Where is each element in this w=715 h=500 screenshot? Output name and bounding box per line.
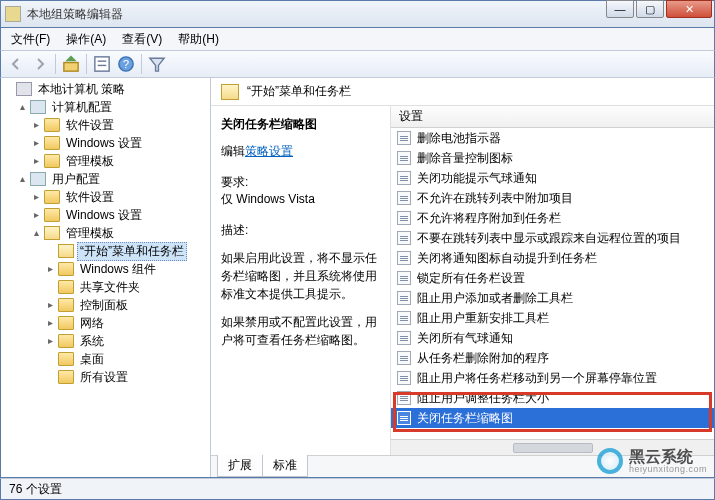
help-button[interactable]: ? — [115, 53, 137, 75]
collapse-icon[interactable]: ▴ — [17, 102, 28, 113]
list-item[interactable]: 阻止用户重新安排工具栏 — [391, 308, 714, 328]
minimize-button[interactable]: — — [606, 0, 634, 18]
menu-view[interactable]: 查看(V) — [116, 29, 168, 50]
list-item[interactable]: 锁定所有任务栏设置 — [391, 268, 714, 288]
list-column-header[interactable]: 设置 — [391, 106, 714, 128]
folder-icon — [44, 190, 60, 204]
tree-item[interactable]: ▸所有设置 — [45, 368, 210, 386]
list-item[interactable]: 阻止用户将任务栏移动到另一个屏幕停靠位置 — [391, 368, 714, 388]
maximize-button[interactable]: ▢ — [636, 0, 664, 18]
setting-icon — [397, 171, 411, 185]
collapse-icon[interactable]: ▴ — [31, 228, 42, 239]
tree-user-config[interactable]: ▴ 用户配置 — [17, 170, 210, 188]
list-item[interactable]: 从任务栏删除附加的程序 — [391, 348, 714, 368]
list-item[interactable]: 阻止用户添加或者删除工具栏 — [391, 288, 714, 308]
list-item-label: 阻止用户重新安排工具栏 — [417, 310, 549, 327]
content-title: “开始”菜单和任务栏 — [247, 83, 351, 100]
setting-icon — [397, 351, 411, 365]
tree-item[interactable]: ▸软件设置 — [31, 116, 210, 134]
folder-icon — [44, 208, 60, 222]
collapse-icon[interactable]: ▴ — [17, 174, 28, 185]
setting-icon — [397, 391, 411, 405]
list-item[interactable]: 不允许在跳转列表中附加项目 — [391, 188, 714, 208]
edit-policy-link[interactable]: 策略设置 — [245, 144, 293, 158]
list-item-label: 删除电池指示器 — [417, 130, 501, 147]
main-area: ▸ 本地计算机 策略 ▴ 计算机配置 ▸软件设置 ▸Windows 设置 — [0, 78, 715, 478]
list-item-label: 关闭功能提示气球通知 — [417, 170, 537, 187]
list-item[interactable]: 阻止用户调整任务栏大小 — [391, 388, 714, 408]
tree-admin-templates[interactable]: ▴管理模板 — [31, 224, 210, 242]
setting-icon — [397, 251, 411, 265]
menu-action[interactable]: 操作(A) — [60, 29, 112, 50]
list-item[interactable]: 关闭所有气球通知 — [391, 328, 714, 348]
list-item-label: 从任务栏删除附加的程序 — [417, 350, 549, 367]
list-item-label: 阻止用户将任务栏移动到另一个屏幕停靠位置 — [417, 370, 657, 387]
tree-item[interactable]: ▸Windows 设置 — [31, 134, 210, 152]
svg-rect-0 — [64, 63, 78, 72]
config-icon — [30, 172, 46, 186]
content-header: “开始”菜单和任务栏 — [211, 78, 714, 106]
tree-computer-config[interactable]: ▴ 计算机配置 — [17, 98, 210, 116]
list-item[interactable]: 关闭任务栏缩略图 — [391, 408, 714, 428]
setting-icon — [397, 271, 411, 285]
folder-icon — [44, 136, 60, 150]
list-item-label: 不要在跳转列表中显示或跟踪来自远程位置的项目 — [417, 230, 681, 247]
toolbar: ? — [0, 50, 715, 78]
tab-standard[interactable]: 标准 — [262, 455, 308, 477]
list-item[interactable]: 删除音量控制图标 — [391, 148, 714, 168]
settings-list[interactable]: 删除电池指示器删除音量控制图标关闭功能提示气球通知不允许在跳转列表中附加项目不允… — [391, 128, 714, 439]
toolbar-sep — [55, 54, 56, 74]
tree-item[interactable]: ▸共享文件夹 — [45, 278, 210, 296]
folder-icon — [58, 298, 74, 312]
tree-item[interactable]: ▸系统 — [45, 332, 210, 350]
tree-pane[interactable]: ▸ 本地计算机 策略 ▴ 计算机配置 ▸软件设置 ▸Windows 设置 — [1, 78, 211, 477]
list-item-label: 关闭所有气球通知 — [417, 330, 513, 347]
settings-list-pane: 设置 删除电池指示器删除音量控制图标关闭功能提示气球通知不允许在跳转列表中附加项… — [391, 106, 714, 455]
tree-root[interactable]: ▸ 本地计算机 策略 — [3, 80, 210, 98]
tree-item[interactable]: ▸软件设置 — [31, 188, 210, 206]
description-label: 描述: — [221, 222, 380, 239]
tree-item[interactable]: ▸Windows 设置 — [31, 206, 210, 224]
scroll-thumb[interactable] — [513, 443, 593, 453]
list-item[interactable]: 删除电池指示器 — [391, 128, 714, 148]
computer-icon — [16, 82, 32, 96]
edit-policy-line: 编辑策略设置 — [221, 143, 380, 160]
config-icon — [30, 100, 46, 114]
setting-icon — [397, 411, 411, 425]
folder-open-icon — [221, 84, 239, 100]
folder-icon — [44, 154, 60, 168]
menu-help[interactable]: 帮助(H) — [172, 29, 225, 50]
close-button[interactable]: ✕ — [666, 0, 712, 18]
description-text: 如果启用此设置，将不显示任务栏缩略图，并且系统将使用标准文本提供工具提示。 — [221, 249, 380, 303]
tab-extended[interactable]: 扩展 — [217, 455, 263, 477]
tree-item[interactable]: ▸控制面板 — [45, 296, 210, 314]
folder-open-icon — [44, 226, 60, 240]
tree-item[interactable]: ▸管理模板 — [31, 152, 210, 170]
tree-start-taskbar[interactable]: ▸“开始”菜单和任务栏 — [45, 242, 210, 260]
tree-item[interactable]: ▸Windows 组件 — [45, 260, 210, 278]
tree-item[interactable]: ▸桌面 — [45, 350, 210, 368]
titlebar: 本地组策略编辑器 — ▢ ✕ — [0, 0, 715, 28]
folder-icon — [58, 352, 74, 366]
folder-icon — [44, 118, 60, 132]
statusbar: 76 个设置 — [0, 478, 715, 500]
setting-icon — [397, 211, 411, 225]
svg-rect-1 — [95, 57, 109, 71]
properties-button[interactable] — [91, 53, 113, 75]
list-item-label: 锁定所有任务栏设置 — [417, 270, 525, 287]
filter-button[interactable] — [146, 53, 168, 75]
list-item-label: 关闭任务栏缩略图 — [417, 410, 513, 427]
setting-icon — [397, 371, 411, 385]
list-item[interactable]: 不要在跳转列表中显示或跟踪来自远程位置的项目 — [391, 228, 714, 248]
back-button[interactable] — [5, 53, 27, 75]
forward-button[interactable] — [29, 53, 51, 75]
horizontal-scrollbar[interactable] — [391, 439, 714, 455]
list-item[interactable]: 不允许将程序附加到任务栏 — [391, 208, 714, 228]
tree-item[interactable]: ▸网络 — [45, 314, 210, 332]
list-item[interactable]: 关闭将通知图标自动提升到任务栏 — [391, 248, 714, 268]
up-button[interactable] — [60, 53, 82, 75]
requirements-label: 要求: — [221, 174, 380, 191]
setting-icon — [397, 131, 411, 145]
list-item[interactable]: 关闭功能提示气球通知 — [391, 168, 714, 188]
menu-file[interactable]: 文件(F) — [5, 29, 56, 50]
